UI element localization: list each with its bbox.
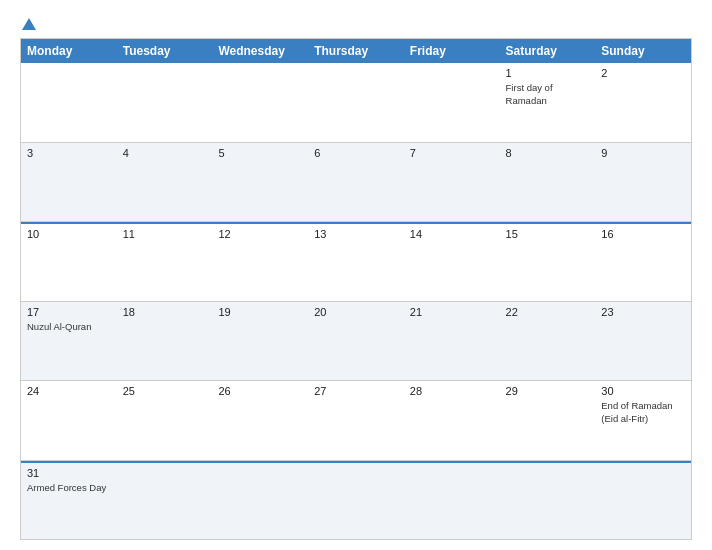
calendar-cell: 4 [117,143,213,221]
day-number: 19 [218,306,302,318]
calendar-cell: 23 [595,302,691,380]
calendar-cell: 16 [595,222,691,300]
header-cell-saturday: Saturday [500,39,596,63]
calendar: MondayTuesdayWednesdayThursdayFridaySatu… [20,38,692,540]
calendar-cell: 14 [404,222,500,300]
header [20,16,692,30]
day-number: 16 [601,228,685,240]
day-number: 22 [506,306,590,318]
day-number: 6 [314,147,398,159]
calendar-cell: 12 [212,222,308,300]
day-number: 8 [506,147,590,159]
logo-triangle-icon [22,18,36,30]
day-number: 18 [123,306,207,318]
day-number: 15 [506,228,590,240]
day-number: 23 [601,306,685,318]
calendar-cell: 18 [117,302,213,380]
day-number: 3 [27,147,111,159]
calendar-row: 17Nuzul Al-Quran181920212223 [21,302,691,381]
day-number: 24 [27,385,111,397]
day-number: 4 [123,147,207,159]
calendar-cell: 3 [21,143,117,221]
calendar-header: MondayTuesdayWednesdayThursdayFridaySatu… [21,39,691,63]
day-number: 26 [218,385,302,397]
calendar-cell: 2 [595,63,691,141]
day-number: 29 [506,385,590,397]
calendar-cell: 24 [21,381,117,459]
day-number: 11 [123,228,207,240]
calendar-cell: 11 [117,222,213,300]
calendar-cell: 21 [404,302,500,380]
page: MondayTuesdayWednesdayThursdayFridaySatu… [0,0,712,550]
calendar-cell [308,63,404,141]
day-number: 12 [218,228,302,240]
calendar-cell: 5 [212,143,308,221]
calendar-row: 24252627282930End of Ramadan (Eid al-Fit… [21,381,691,460]
calendar-cell [212,63,308,141]
day-event: Nuzul Al-Quran [27,321,91,332]
day-number: 5 [218,147,302,159]
calendar-cell: 29 [500,381,596,459]
day-number: 17 [27,306,111,318]
day-number: 28 [410,385,494,397]
calendar-cell [595,461,691,539]
day-event: First day of Ramadan [506,82,553,105]
calendar-row: 31Armed Forces Day [21,461,691,539]
day-number: 27 [314,385,398,397]
calendar-cell: 26 [212,381,308,459]
calendar-cell [21,63,117,141]
calendar-cell: 27 [308,381,404,459]
calendar-cell [404,63,500,141]
day-number: 7 [410,147,494,159]
calendar-cell: 25 [117,381,213,459]
calendar-cell: 13 [308,222,404,300]
calendar-cell [404,461,500,539]
header-cell-thursday: Thursday [308,39,404,63]
calendar-cell: 20 [308,302,404,380]
calendar-cell: 19 [212,302,308,380]
logo [20,16,36,30]
day-number: 14 [410,228,494,240]
calendar-cell [117,63,213,141]
calendar-row: 10111213141516 [21,222,691,301]
calendar-cell [117,461,213,539]
calendar-cell: 6 [308,143,404,221]
day-number: 1 [506,67,590,79]
day-number: 13 [314,228,398,240]
day-number: 25 [123,385,207,397]
calendar-row: 1First day of Ramadan2 [21,63,691,142]
calendar-cell [212,461,308,539]
calendar-cell: 30End of Ramadan (Eid al-Fitr) [595,381,691,459]
calendar-body: 1First day of Ramadan2345678910111213141… [21,63,691,539]
calendar-cell: 9 [595,143,691,221]
calendar-cell: 10 [21,222,117,300]
header-cell-sunday: Sunday [595,39,691,63]
header-cell-friday: Friday [404,39,500,63]
day-number: 30 [601,385,685,397]
day-number: 21 [410,306,494,318]
calendar-cell: 22 [500,302,596,380]
logo-line1 [20,16,36,30]
calendar-cell [500,461,596,539]
day-event: End of Ramadan (Eid al-Fitr) [601,400,672,423]
day-number: 31 [27,467,111,479]
day-number: 9 [601,147,685,159]
header-cell-wednesday: Wednesday [212,39,308,63]
calendar-cell: 7 [404,143,500,221]
day-number: 2 [601,67,685,79]
calendar-cell: 31Armed Forces Day [21,461,117,539]
header-cell-tuesday: Tuesday [117,39,213,63]
calendar-cell [308,461,404,539]
day-event: Armed Forces Day [27,482,106,493]
calendar-cell: 28 [404,381,500,459]
day-number: 10 [27,228,111,240]
day-number: 20 [314,306,398,318]
calendar-cell: 1First day of Ramadan [500,63,596,141]
calendar-row: 3456789 [21,143,691,222]
calendar-cell: 8 [500,143,596,221]
calendar-cell: 15 [500,222,596,300]
header-cell-monday: Monday [21,39,117,63]
calendar-cell: 17Nuzul Al-Quran [21,302,117,380]
